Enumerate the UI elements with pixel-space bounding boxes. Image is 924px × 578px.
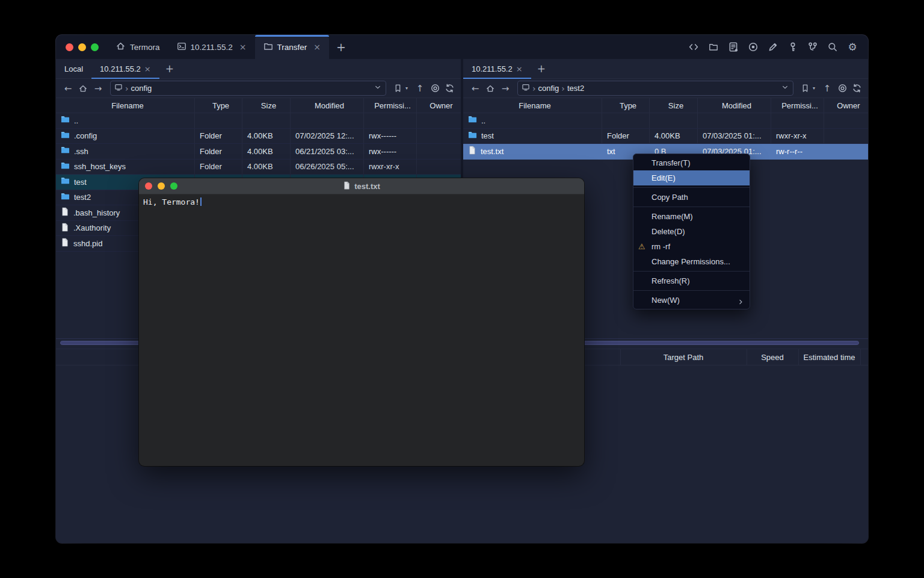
menu-item-new-w-[interactable]: New(W) [633, 293, 750, 308]
column-header[interactable]: Permissi... [771, 98, 824, 113]
close-tab-icon[interactable]: × [239, 42, 247, 52]
table-row[interactable]: ssh_host_keysFolder4.00KB06/26/2025 05:.… [56, 160, 461, 175]
column-header[interactable]: Filename [463, 98, 602, 113]
back-button[interactable]: ← [468, 83, 482, 94]
record-icon[interactable] [746, 40, 760, 54]
forward-button[interactable]: → [498, 83, 513, 94]
folder-icon [61, 146, 70, 157]
tab-label: 10.211.55.2 [472, 64, 513, 73]
refresh-button[interactable] [850, 81, 863, 96]
transfer-column-header[interactable]: Estimated time [798, 349, 860, 365]
tab-10-211-55-2[interactable]: 10.211.55.2× [168, 35, 255, 59]
back-button[interactable]: ← [61, 83, 75, 94]
column-header[interactable]: Owner [824, 98, 868, 113]
menu-separator [633, 271, 750, 272]
editor-zoom-button[interactable] [170, 182, 177, 190]
editor-close-button[interactable] [145, 182, 152, 190]
filename-cell: test [463, 129, 602, 144]
home-button[interactable] [76, 81, 90, 96]
refresh-button[interactable] [443, 81, 456, 96]
bookmark-button[interactable] [391, 81, 404, 96]
close-tab-icon[interactable]: × [144, 64, 151, 73]
search-icon[interactable] [825, 40, 840, 54]
show-hidden-files-button[interactable] [428, 81, 442, 96]
menu-item-edit-e-[interactable]: Edit(E) [633, 170, 750, 185]
close-tab-icon[interactable]: × [313, 42, 321, 52]
menu-item-transfer-t-[interactable]: Transfer(T) [633, 155, 750, 170]
home-button[interactable] [484, 81, 497, 96]
editor-titlebar[interactable]: test.txt [139, 178, 584, 194]
column-header[interactable]: Size [650, 98, 698, 113]
close-tab-icon[interactable]: × [516, 64, 523, 73]
key-icon[interactable] [786, 40, 800, 54]
up-directory-button[interactable]: ↑ [413, 83, 427, 94]
minimize-window-button[interactable] [78, 43, 86, 51]
bookmark-dropdown-icon[interactable]: ▾ [813, 85, 819, 91]
menu-item-change-permissions-[interactable]: Change Permissions... [633, 254, 750, 269]
editor-minimize-button[interactable] [158, 182, 165, 190]
left-new-tab-button[interactable]: + [159, 59, 180, 78]
menu-item-label: Change Permissions... [651, 257, 730, 266]
forward-button[interactable]: → [91, 83, 105, 94]
menu-item-copy-path[interactable]: Copy Path [633, 190, 750, 205]
menu-item-rm-rf[interactable]: ⚠rm -rf [633, 239, 750, 254]
column-header[interactable]: Size [242, 98, 291, 113]
folder-icon[interactable] [706, 40, 721, 54]
chevron-down-icon[interactable] [781, 83, 789, 94]
chevron-down-icon[interactable] [374, 83, 382, 94]
right-new-tab-button[interactable]: + [531, 59, 552, 78]
column-header[interactable]: Type [602, 98, 650, 113]
filename-cell: .config [56, 129, 195, 144]
up-directory-button[interactable]: ↑ [820, 83, 834, 94]
table-row[interactable]: testFolder4.00KB07/03/2025 01:...rwxr-xr… [463, 129, 868, 144]
tab-home[interactable]: Termora [107, 35, 168, 59]
code-icon[interactable] [686, 40, 701, 54]
menu-item-label: Rename(M) [651, 212, 693, 221]
table-row[interactable]: .sshFolder4.00KB06/21/2025 03:...rwx----… [56, 144, 461, 160]
breadcrumb[interactable]: config [538, 84, 559, 93]
transfer-column-header[interactable]: Speed [747, 349, 798, 365]
breadcrumb[interactable]: test2 [567, 84, 584, 93]
new-tab-button[interactable]: + [329, 35, 353, 59]
column-header[interactable]: Owner [417, 98, 461, 113]
table-row[interactable]: .. [463, 113, 868, 129]
show-hidden-files-button[interactable] [836, 81, 849, 96]
left-tab-10-211-55-2[interactable]: 10.211.55.2× [91, 59, 159, 78]
type-cell [602, 113, 650, 128]
column-header[interactable]: Permissi... [364, 98, 417, 113]
menu-item-rename-m-[interactable]: Rename(M) [633, 209, 750, 224]
column-header[interactable]: Filename [56, 98, 195, 113]
tab-transfer[interactable]: Transfer× [255, 35, 330, 59]
owner-cell [417, 144, 461, 159]
modified-cell [698, 113, 771, 128]
folder-icon [61, 192, 70, 203]
table-row[interactable]: .. [56, 113, 461, 129]
right-path-input[interactable]: ›config›test2 [517, 81, 793, 96]
left-tab-local[interactable]: Local [56, 59, 91, 78]
gear-icon[interactable]: ⚙ [845, 40, 860, 54]
zoom-window-button[interactable] [91, 43, 99, 51]
filename-cell: test.txt [463, 144, 602, 159]
snippet-icon[interactable] [726, 40, 741, 54]
folder-icon [61, 115, 70, 126]
left-path-input[interactable]: ›config [110, 81, 386, 96]
breadcrumb[interactable]: config [131, 84, 152, 93]
menu-item-label: Copy Path [651, 193, 688, 202]
menu-item-refresh-r-[interactable]: Refresh(R) [633, 273, 750, 288]
editor-content[interactable]: Hi, Termora! [139, 194, 584, 210]
table-row[interactable]: .configFolder4.00KB07/02/2025 12:...rwx-… [56, 129, 461, 144]
column-header[interactable]: Type [195, 98, 242, 113]
bookmark-button[interactable] [798, 81, 812, 96]
right-tab-10-211-55-2[interactable]: 10.211.55.2× [463, 59, 531, 78]
pencil-icon[interactable] [766, 40, 780, 54]
column-header[interactable]: Modified [698, 98, 771, 113]
table-header-row: FilenameTypeSizeModifiedPermissi...Owner [56, 98, 461, 113]
column-header[interactable]: Modified [291, 98, 364, 113]
bookmark-dropdown-icon[interactable]: ▾ [405, 85, 411, 91]
filename-label: test [74, 178, 87, 187]
keychain-icon[interactable] [805, 40, 820, 54]
permissions-cell: rwxr-xr-x [771, 129, 824, 144]
close-window-button[interactable] [66, 43, 73, 51]
transfer-column-header[interactable]: Target Path [620, 349, 747, 365]
menu-item-delete-d-[interactable]: Delete(D) [633, 224, 750, 239]
